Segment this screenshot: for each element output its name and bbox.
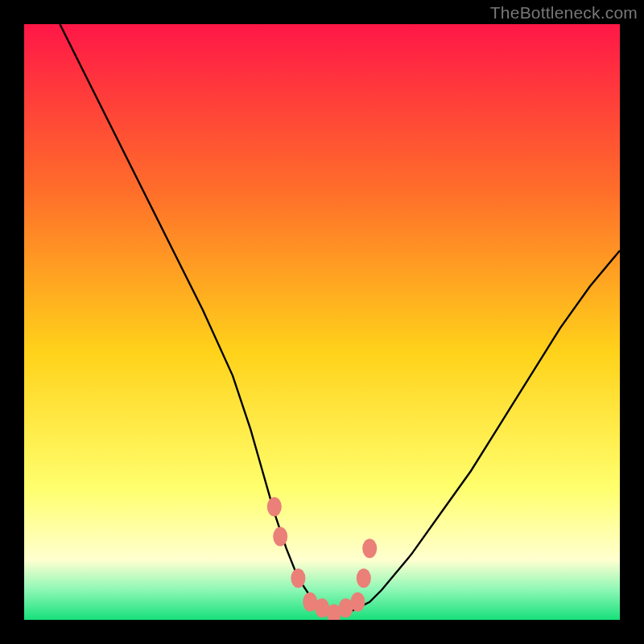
plot-area [24,24,620,620]
valley-marker [362,539,377,558]
valley-marker [267,497,282,516]
curve-layer [24,24,620,620]
chart-frame: TheBottleneck.com [0,0,644,644]
bottleneck-curve [60,24,620,614]
valley-marker [350,592,365,612]
valley-marker [357,568,371,588]
valley-marker [291,568,305,588]
valley-markers [267,497,377,620]
watermark-text: TheBottleneck.com [490,3,638,23]
valley-marker [273,526,287,546]
